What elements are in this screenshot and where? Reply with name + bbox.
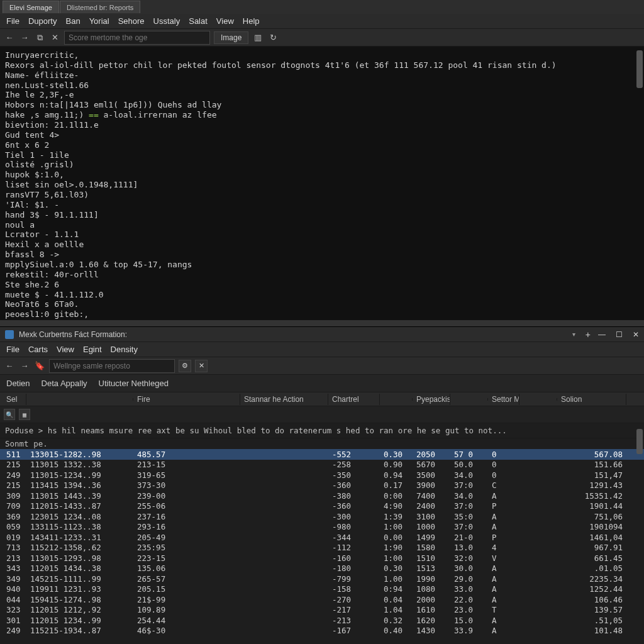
tab-1[interactable]: Dlistemed br: Reports [60, 1, 140, 13]
gear-icon[interactable]: ⚙ [179, 360, 191, 372]
save-icon[interactable]: ⧉ [34, 32, 45, 43]
cell: 22.0 [450, 595, 488, 604]
col-settor[interactable]: Settor MAx [488, 394, 519, 405]
table-row[interactable]: 309113015 1443..39239-00-3800:00740034.0… [0, 491, 644, 501]
col-blank1[interactable] [380, 398, 413, 401]
cell: 293-16 [133, 522, 240, 531]
back-button[interactable]: ← [4, 32, 15, 43]
cell: 112015 1434..38 [26, 564, 133, 573]
tab-0[interactable]: Elevi Semage [3, 1, 59, 13]
cell: 343 [3, 564, 26, 573]
table-row[interactable]: 215113415 1394..36373-30-3600.17390037:0… [0, 480, 644, 491]
forward-button-2[interactable]: → [19, 360, 30, 372]
bmenu-file[interactable]: File [6, 345, 19, 354]
cell: 249 [3, 470, 26, 480]
bottom-titlebar: Mexk Curbertns Fáct Formation: ▾ + — ☐ ✕ [0, 327, 644, 342]
cell: 309 [3, 491, 26, 501]
col-blank3[interactable] [519, 398, 557, 401]
menu-view[interactable]: View [216, 16, 234, 26]
maximize-button[interactable]: ☐ [616, 330, 623, 339]
table-row[interactable]: 301112015 1234..99254.44-2130.32162015.0… [0, 615, 644, 626]
minimize-button[interactable]: — [598, 330, 606, 339]
cell: 106.46 [557, 595, 626, 604]
cell: A [488, 616, 519, 625]
cell: -158 [328, 584, 380, 594]
cell: A [488, 522, 519, 531]
filter-deta[interactable]: Deta Appally [42, 379, 87, 388]
grid-icon[interactable]: ▦ [19, 409, 30, 420]
search-row-icon[interactable]: 🔍 [4, 409, 15, 420]
layout-icon[interactable]: ▥ [252, 32, 264, 43]
col-stannar[interactable]: Stannar he Action [240, 394, 328, 405]
data-table: Sel Fire Stannar he Action Chartrel Pyep… [0, 392, 644, 644]
table-row[interactable]: 019143411-1233..31205-49-3440.00149921-0… [0, 532, 644, 543]
tab-dropdown-icon[interactable]: ▾ [572, 331, 575, 338]
filter-utitucter[interactable]: Utitucter Nethleged [99, 379, 169, 388]
table-row[interactable]: 713115212-1358,.62235:95-1121:90158013.0… [0, 543, 644, 553]
console-line: Tiel 1 - 1ile [5, 150, 639, 160]
scrollbar-thumb[interactable] [636, 50, 643, 88]
cell: 213 [3, 553, 26, 563]
bmenu-view[interactable]: View [57, 345, 74, 354]
table-row[interactable]: 249115215-1934..8746$-30-1670.40143033.9… [0, 626, 644, 636]
col-sel[interactable]: Sel [3, 394, 26, 405]
col-chartrel[interactable]: Chartrel [328, 394, 380, 405]
menu-sehore[interactable]: Sehore [118, 16, 145, 26]
bmenu-carts[interactable]: Carts [28, 345, 48, 354]
cell: 0.94 [380, 470, 413, 480]
cell: 133115-1123..38 [26, 522, 133, 531]
clear-icon[interactable]: ✕ [195, 360, 208, 372]
reload-icon[interactable]: ↻ [267, 32, 279, 43]
menu-yorial[interactable]: Yorial [89, 16, 109, 26]
filter-detien[interactable]: Detien [6, 379, 30, 388]
col-id[interactable] [26, 398, 133, 401]
search-input[interactable] [64, 31, 210, 45]
back-button-2[interactable]: ← [4, 360, 15, 372]
menu-file[interactable]: File [6, 16, 19, 26]
cell: -213 [328, 616, 380, 625]
col-pyepack[interactable]: Pyepackisty [413, 394, 450, 405]
col-solion[interactable]: Solion [557, 394, 626, 405]
table-row[interactable]: 323112015 1212,.92109.89-2171.04161023.0… [0, 605, 644, 616]
table-row[interactable]: 343112015 1434..38135.06-1800.30151330.0… [0, 564, 644, 574]
bookmark-icon[interactable]: 🔖 [34, 360, 45, 372]
console-line: Lcrator - 1.1.1 [5, 230, 639, 240]
table-row[interactable]: 249113015-1234..99319-65-3500.94350034.0… [0, 470, 644, 480]
table-row[interactable]: 511133015-1282..98485.57-5520.30205057 0… [0, 449, 644, 460]
menu-ban[interactable]: Ban [65, 16, 80, 26]
cell: 1513 [413, 564, 450, 573]
menu-help[interactable]: Help [243, 16, 260, 26]
menu-salat[interactable]: Salat [189, 16, 208, 26]
cell: 215 [3, 460, 26, 469]
table-row[interactable]: 940119911 1231..93205.15-1580:94108033.0… [0, 584, 644, 595]
bmenu-egint[interactable]: Egint [83, 345, 102, 354]
cell: -350 [328, 470, 380, 480]
cell: 23.0 [450, 605, 488, 614]
table-row[interactable]: 369123015 1234..08237-16-3001:39310035:0… [0, 511, 644, 522]
menu-duporty[interactable]: Duporty [28, 16, 57, 26]
console-line: bfassl 8 -> [5, 250, 639, 260]
col-fire[interactable]: Fire [133, 394, 240, 405]
cell: 30.0 [450, 564, 488, 573]
cell: 223-15 [133, 553, 240, 563]
cell: 34.0 [450, 470, 488, 480]
hscrollbar[interactable] [0, 320, 644, 326]
table-row[interactable]: 044159415-1274..9821$-99-2700.04200022.0… [0, 594, 644, 605]
console-output[interactable]: Inuryaercritic,Rexors al-iol-dill pettor… [0, 47, 644, 326]
close-button[interactable]: ✕ [633, 330, 639, 339]
bmenu-density[interactable]: Density [111, 345, 138, 354]
col-blank2[interactable] [450, 398, 488, 401]
table-row[interactable]: 349145215-1111..99265-57-7991.00199029.0… [0, 574, 644, 584]
table-row[interactable]: 213113015-1293..98223-15-1601:00151032:0… [0, 553, 644, 564]
forward-button[interactable]: → [19, 32, 30, 43]
table-row[interactable]: 215113015 1332..38213-15-2580.90567050.0… [0, 460, 644, 470]
table-row[interactable]: 709112015-1433..87255-06-3604:90240037:0… [0, 501, 644, 512]
close-icon[interactable]: ✕ [49, 32, 60, 43]
menu-usstaly[interactable]: Usstaly [153, 16, 180, 26]
console-line: mpplySiuel.a:0 1.60 & top 45-17, nangs [5, 260, 639, 270]
image-mode-button[interactable]: Image [214, 31, 248, 44]
filter-input[interactable] [49, 359, 175, 373]
new-tab-button[interactable]: + [586, 330, 591, 340]
scrollbar-thumb-bottom[interactable] [636, 429, 643, 454]
table-row[interactable]: 059133115-1123..38293-16-9801:00100037:0… [0, 522, 644, 533]
